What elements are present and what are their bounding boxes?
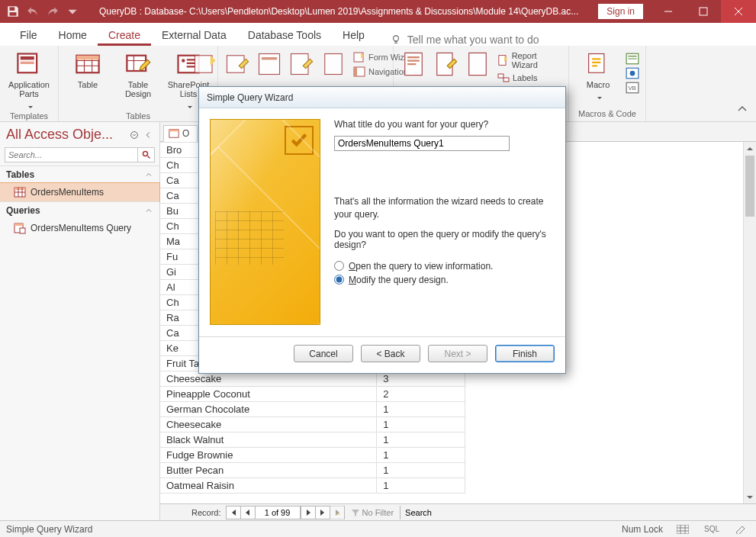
nav-tables-label: Tables (6, 169, 34, 180)
macro-button[interactable]: Macro (575, 49, 621, 101)
table-row[interactable]: Black Walnut1 (160, 432, 465, 448)
nav-title[interactable]: All Access Obje... (6, 127, 126, 143)
tables-group-label: Tables (126, 110, 150, 122)
nav-queries-header[interactable]: Queries (0, 201, 159, 219)
vba-icon[interactable]: VB (626, 81, 639, 95)
svg-rect-15 (262, 57, 277, 59)
document-tab[interactable]: O (163, 125, 198, 142)
nav-tables-header[interactable]: Tables (0, 166, 159, 183)
blank-report-button[interactable] (464, 49, 491, 78)
redo-icon[interactable] (46, 5, 60, 18)
tab-file[interactable]: File (9, 24, 48, 46)
undo-icon[interactable] (26, 5, 40, 18)
filter-indicator[interactable]: No Filter (344, 506, 401, 519)
table-row[interactable]: Butter Pecan1 (160, 463, 465, 478)
labels-label: Labels (513, 73, 537, 82)
close-button[interactable] (721, 0, 756, 23)
tab-external-data[interactable]: External Data (151, 24, 237, 46)
new-record-button[interactable] (330, 506, 345, 519)
dialog-open-modify-prompt: Do you want to open the query or modify … (334, 229, 552, 250)
last-record-button[interactable] (315, 506, 330, 519)
table-row[interactable]: Pineapple Coconut2 (160, 387, 465, 402)
qat-customize-icon[interactable] (66, 5, 79, 18)
sql-view-button[interactable]: SQL (703, 523, 721, 536)
tab-help[interactable]: Help (332, 24, 375, 46)
prev-record-button[interactable] (240, 506, 256, 519)
nav-query-ordersmenuitems[interactable]: OrdersMenuItems Query (0, 219, 159, 237)
signin-button[interactable]: Sign in (598, 4, 643, 19)
report-button[interactable] (400, 49, 427, 78)
cancel-button[interactable]: Cancel (294, 345, 353, 362)
record-position-input[interactable] (255, 506, 301, 519)
nav-dropdown-icon[interactable] (129, 130, 140, 140)
blank-form-button[interactable] (320, 49, 347, 78)
minimize-button[interactable] (651, 0, 686, 23)
collapse-ribbon-icon[interactable] (736, 103, 748, 115)
table-row[interactable]: German Chocolate1 (160, 402, 465, 417)
table-button[interactable]: Table (65, 49, 111, 89)
query-wizard-button[interactable] (191, 49, 219, 78)
report-wizard-button[interactable]: Report Wizard (496, 50, 562, 70)
modify-query-radio[interactable]: Modify the query design. (334, 275, 552, 285)
tab-database-tools[interactable]: Database Tools (237, 24, 332, 46)
form-button[interactable] (256, 49, 283, 78)
tab-create[interactable]: Create (98, 24, 151, 46)
save-icon[interactable] (6, 5, 20, 18)
query-design-button[interactable] (224, 49, 251, 78)
tab-home[interactable]: Home (48, 24, 98, 46)
blank-form-icon (320, 50, 347, 78)
svg-rect-38 (14, 223, 23, 226)
record-label: Record: (187, 508, 226, 517)
svg-rect-0 (10, 7, 15, 11)
nav-table-ordersmenuitems[interactable]: OrdersMenuItems (0, 183, 159, 201)
class-module-icon[interactable] (626, 66, 639, 80)
table-row[interactable]: Fudge Brownie1 (160, 448, 465, 463)
next-button[interactable]: Next > (428, 345, 487, 362)
labels-button[interactable]: Labels (496, 71, 539, 85)
scroll-up-icon[interactable] (744, 142, 756, 155)
table-row[interactable]: Oatmeal Raisin1 (160, 478, 465, 494)
open-query-radio[interactable]: Open the query to view information. (334, 261, 552, 272)
maximize-button[interactable] (686, 0, 721, 23)
status-text: Simple Query Wizard (6, 524, 622, 535)
svg-rect-12 (195, 56, 213, 73)
query-design-icon (224, 50, 251, 78)
table-design-button[interactable]: Table Design (115, 49, 161, 98)
scroll-down-icon[interactable] (744, 490, 756, 503)
tell-me-search[interactable]: Tell me what you want to do (391, 34, 539, 46)
lightbulb-icon (391, 34, 401, 45)
query-title-input[interactable] (334, 136, 510, 151)
svg-rect-14 (259, 54, 280, 75)
application-parts-button[interactable]: Application Parts (6, 49, 52, 110)
report-design-button[interactable] (432, 49, 459, 78)
status-bar: Simple Query Wizard Num Lock SQL (0, 520, 756, 537)
first-record-button[interactable] (226, 506, 241, 519)
datasheet-view-button[interactable] (674, 523, 692, 536)
application-parts-icon (15, 50, 43, 78)
nav-search[interactable] (5, 147, 155, 162)
svg-rect-6 (21, 62, 34, 64)
finish-button[interactable]: Finish (495, 345, 555, 362)
next-record-button[interactable] (301, 506, 316, 519)
design-view-button[interactable] (732, 523, 750, 536)
search-icon[interactable] (137, 148, 154, 162)
vertical-scrollbar[interactable] (743, 142, 756, 503)
nav-search-input[interactable] (5, 148, 137, 162)
table-icon (74, 50, 101, 78)
table-small-icon (14, 186, 26, 198)
table-row[interactable]: Cheesecake1 (160, 417, 465, 432)
back-button[interactable]: < Back (361, 345, 420, 362)
svg-point-30 (630, 71, 635, 76)
svg-rect-26 (503, 78, 509, 82)
form-design-button[interactable] (288, 49, 315, 78)
record-search-input[interactable] (401, 508, 756, 517)
module-icon[interactable] (626, 52, 639, 66)
nav-collapse-icon[interactable] (143, 130, 153, 140)
nav-table-label: OrdersMenuItems (31, 187, 104, 198)
dialog-query-title-prompt: What title do you want for your query? (334, 119, 552, 130)
svg-rect-36 (14, 188, 25, 190)
scroll-thumb[interactable] (745, 156, 754, 217)
labels-icon (497, 72, 510, 84)
numlock-indicator: Num Lock (622, 524, 663, 535)
open-query-label: pen the query to view information. (355, 261, 493, 272)
